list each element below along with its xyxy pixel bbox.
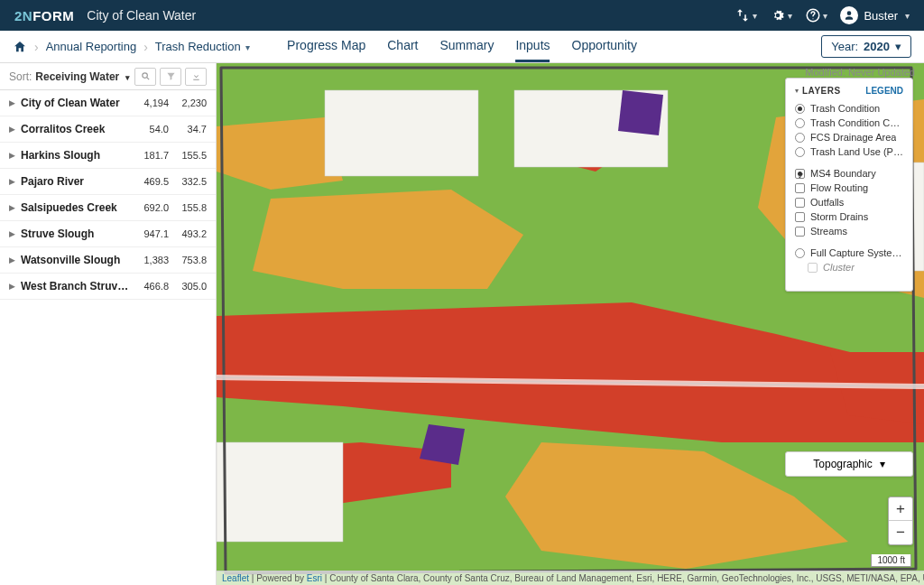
layer-label: Outfalls (810, 197, 844, 208)
chevron-down-icon: ▾ (788, 11, 792, 21)
breadcrumb-label: Trash Reduction (155, 40, 241, 53)
tab-summary[interactable]: Summary (439, 31, 494, 62)
layer-label: Streams (810, 226, 847, 237)
row-col2: 332.5 (169, 176, 207, 187)
layer-radio[interactable]: FCS Drainage Area (795, 130, 903, 144)
basemap-label: Topographic (813, 458, 872, 470)
list-item[interactable]: ▶City of Clean Water4,1942,230 (0, 90, 216, 116)
sidebar: Sort: Receiving Water ▾ ▶City of Clean W… (0, 63, 217, 585)
layers-panel: ▾ LAYERS LEGEND Trash ConditionTrash Con… (785, 78, 913, 292)
layer-checkbox[interactable]: Flow Routing (795, 181, 903, 195)
tabs: Progress Map Chart Summary Inputs Opport… (287, 31, 637, 62)
layer-checkbox[interactable]: Storm Drains (795, 209, 903, 224)
checkbox-icon (795, 169, 805, 179)
row-col1: 1,383 (131, 255, 169, 265)
layer-label: FCS Drainage Area (810, 132, 896, 143)
sort-arrows-icon[interactable]: ▾ (735, 7, 757, 23)
filter-icon[interactable] (160, 68, 181, 86)
breadcrumb-trash-reduction[interactable]: Trash Reduction ▾ (155, 40, 251, 53)
layer-fcs[interactable]: Full Capture Systems (FCS) (795, 246, 903, 260)
row-name: City of Clean Water (21, 97, 131, 109)
row-col1: 54.0 (131, 124, 169, 135)
row-col2: 155.5 (169, 150, 207, 161)
caret-right-icon: ▶ (9, 151, 15, 160)
radio-icon (795, 133, 805, 143)
checkbox-icon (795, 212, 805, 222)
list-item[interactable]: ▶Pajaro River469.5332.5 (0, 169, 216, 195)
gear-icon[interactable]: ▾ (770, 7, 792, 23)
year-label: Year: (831, 40, 858, 53)
caret-right-icon: ▶ (9, 282, 15, 291)
home-icon[interactable] (13, 40, 27, 54)
user-menu[interactable]: Buster ▾ (840, 6, 910, 24)
brand-name: FORM (32, 8, 74, 23)
checkbox-icon (795, 198, 805, 208)
row-name: Pajaro River (21, 175, 131, 188)
layer-radio[interactable]: Trash Land Use (PLU) (795, 144, 903, 159)
layers-title: LAYERS (802, 86, 841, 96)
tab-opportunity[interactable]: Opportunity (572, 31, 637, 62)
list-item[interactable]: ▶Struve Slough947.1493.2 (0, 221, 216, 247)
help-icon[interactable]: ▾ (805, 7, 827, 23)
map[interactable]: Modified: Never Updated (217, 63, 924, 585)
radio-icon (795, 118, 805, 128)
radio-icon (795, 104, 805, 114)
list-item[interactable]: ▶West Branch Struve Slo...466.8305.0 (0, 274, 216, 300)
zoom-out-button[interactable]: − (889, 521, 912, 544)
breadcrumb-annual-reporting[interactable]: Annual Reporting (46, 40, 136, 53)
sort-dropdown[interactable]: Receiving Water ▾ (35, 70, 129, 83)
chevron-down-icon: ▾ (125, 73, 130, 82)
radio-icon (795, 147, 805, 157)
row-col1: 692.0 (131, 202, 169, 213)
chevron-right-icon: › (143, 40, 148, 54)
tab-inputs[interactable]: Inputs (515, 31, 550, 62)
list-item[interactable]: ▶Watsonville Slough1,383753.8 (0, 247, 216, 274)
breadcrumb: › Annual Reporting › Trash Reduction ▾ (13, 40, 250, 54)
radio-icon (795, 248, 805, 258)
svg-rect-4 (325, 90, 478, 176)
layer-check-group: MS4 BoundaryFlow RoutingOutfallsStorm Dr… (795, 166, 903, 238)
layer-radio[interactable]: Trash Condition Certainty (795, 116, 903, 130)
row-col2: 2,230 (169, 98, 207, 108)
row-col1: 466.8 (131, 281, 169, 292)
top-header: 2NFORM City of Clean Water ▾ ▾ ▾ Buster … (0, 0, 924, 31)
caret-right-icon: ▶ (9, 98, 15, 107)
zoom-in-button[interactable]: + (889, 497, 912, 521)
list-item[interactable]: ▶Harkins Slough181.7155.5 (0, 143, 216, 169)
app-title: City of Clean Water (87, 8, 196, 23)
map-attribution: Leaflet | Powered by Esri | County of Sa… (217, 571, 924, 585)
brand-logo[interactable]: 2NFORM (14, 8, 74, 23)
caret-right-icon: ▶ (9, 125, 15, 134)
layer-checkbox[interactable]: Streams (795, 224, 903, 238)
sort-label: Sort: (9, 70, 32, 83)
list-item[interactable]: ▶Corralitos Creek54.034.7 (0, 116, 216, 143)
esri-link[interactable]: Esri (307, 573, 322, 583)
year-value: 2020 (864, 40, 890, 53)
row-col2: 305.0 (169, 281, 207, 292)
layer-label: Full Capture Systems (FCS) (810, 247, 903, 258)
search-icon[interactable] (134, 68, 156, 86)
layer-radio[interactable]: Trash Condition (795, 101, 903, 116)
leaflet-link[interactable]: Leaflet (222, 573, 249, 583)
layer-radio-group: Trash ConditionTrash Condition Certainty… (795, 101, 903, 159)
basemap-picker[interactable]: Topographic ▾ (785, 451, 913, 477)
svg-rect-6 (217, 442, 343, 542)
legend-link[interactable]: LEGEND (865, 86, 903, 96)
layer-label: Flow Routing (810, 182, 868, 193)
tab-progress-map[interactable]: Progress Map (287, 31, 365, 62)
user-name: Buster (864, 9, 898, 23)
row-col2: 493.2 (169, 228, 207, 239)
layer-fcs-cluster[interactable]: Cluster (808, 260, 903, 274)
layer-checkbox[interactable]: Outfalls (795, 195, 903, 209)
download-icon[interactable] (185, 68, 207, 86)
tab-chart[interactable]: Chart (387, 31, 418, 62)
list-item[interactable]: ▶Salsipuedes Creek692.0155.8 (0, 195, 216, 221)
layer-checkbox[interactable]: MS4 Boundary (795, 166, 903, 181)
row-col2: 155.8 (169, 202, 207, 213)
year-picker[interactable]: Year: 2020 ▾ (821, 35, 911, 58)
chevron-down-icon: ▾ (245, 42, 250, 52)
row-col1: 469.5 (131, 176, 169, 187)
caret-right-icon: ▶ (9, 229, 15, 238)
row-name: Watsonville Slough (21, 254, 131, 266)
svg-point-2 (142, 73, 147, 79)
